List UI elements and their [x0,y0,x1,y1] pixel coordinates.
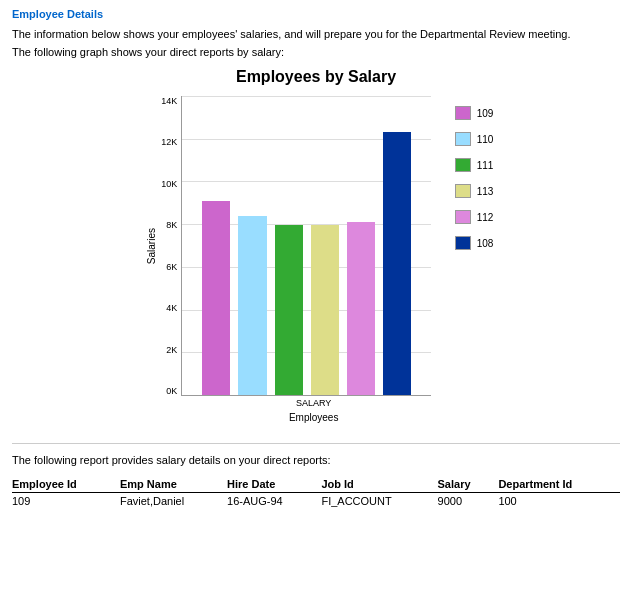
x-labels: SALARY [189,396,439,408]
bar-110 [238,216,266,395]
bar-108 [383,132,411,395]
legend-color-112 [455,210,471,224]
y-tick: 14K [161,96,177,106]
legend-item-109: 109 [455,106,494,120]
legend-color-113 [455,184,471,198]
y-tick: 8K [161,220,177,230]
col-header-emp-name: Emp Name [120,476,227,493]
table-cell: 109 [12,493,120,510]
legend-item-108: 108 [455,236,494,250]
employee-table: Employee Id Emp Name Hire Date Job Id Sa… [12,476,620,509]
y-tick: 6K [161,262,177,272]
y-tick: 0K [161,386,177,396]
intro-text: The information below shows your employe… [12,28,620,40]
table-header-row: Employee Id Emp Name Hire Date Job Id Sa… [12,476,620,493]
bar-109 [202,201,230,395]
chart-area: Salaries 14K 12K 10K 8K 6K 4K 2K 0K [139,96,494,423]
col-header-job-id: Job Id [321,476,437,493]
x-axis-main-container: Employees [189,408,439,423]
legend-item-111: 111 [455,158,494,172]
y-tick: 10K [161,179,177,189]
legend-label-109: 109 [477,108,494,119]
y-tick: 2K [161,345,177,355]
x-axis-main: Employees [189,412,439,423]
table-cell: FI_ACCOUNT [321,493,437,510]
legend-label-113: 113 [477,186,494,197]
y-tick: 4K [161,303,177,313]
page-title: Employee Details [12,8,620,20]
bars-group [182,96,431,395]
x-sub-label: SALARY [189,398,439,408]
legend-color-109 [455,106,471,120]
table-cell: 100 [498,493,620,510]
legend-color-108 [455,236,471,250]
table-cell: 9000 [438,493,499,510]
chart-with-axes: Salaries 14K 12K 10K 8K 6K 4K 2K 0K [139,96,439,423]
legend-item-112: 112 [455,210,494,224]
legend-color-111 [455,158,471,172]
bar-113 [311,225,339,395]
chart-inner: Salaries 14K 12K 10K 8K 6K 4K 2K 0K [146,96,431,396]
graph-intro: The following graph shows your direct re… [12,46,620,58]
bar-111 [275,225,303,395]
col-header-hire-date: Hire Date [227,476,321,493]
table-row: 109Faviet,Daniel16-AUG-94FI_ACCOUNT90001… [12,493,620,510]
legend-item-113: 113 [455,184,494,198]
table-cell: 16-AUG-94 [227,493,321,510]
chart-container: Employees by Salary Salaries 14K 12K 10K… [12,68,620,423]
chart-title: Employees by Salary [236,68,396,86]
y-axis-label: Salaries [146,228,157,264]
legend-label-111: 111 [477,160,494,171]
divider [12,443,620,444]
bars-area [181,96,431,396]
table-cell: Faviet,Daniel [120,493,227,510]
y-tick: 12K [161,137,177,147]
col-header-department-id: Department Id [498,476,620,493]
legend-item-110: 110 [455,132,494,146]
legend-color-110 [455,132,471,146]
legend-label-110: 110 [477,134,494,145]
legend-label-112: 112 [477,212,494,223]
bar-112 [347,222,375,395]
col-header-employee-id: Employee Id [12,476,120,493]
col-header-salary: Salary [438,476,499,493]
y-axis: 14K 12K 10K 8K 6K 4K 2K 0K [161,96,177,396]
table-body: 109Faviet,Daniel16-AUG-94FI_ACCOUNT90001… [12,493,620,510]
report-intro: The following report provides salary det… [12,454,620,466]
legend-label-108: 108 [477,238,494,249]
chart-legend: 109 110 111 113 112 108 [455,96,494,250]
